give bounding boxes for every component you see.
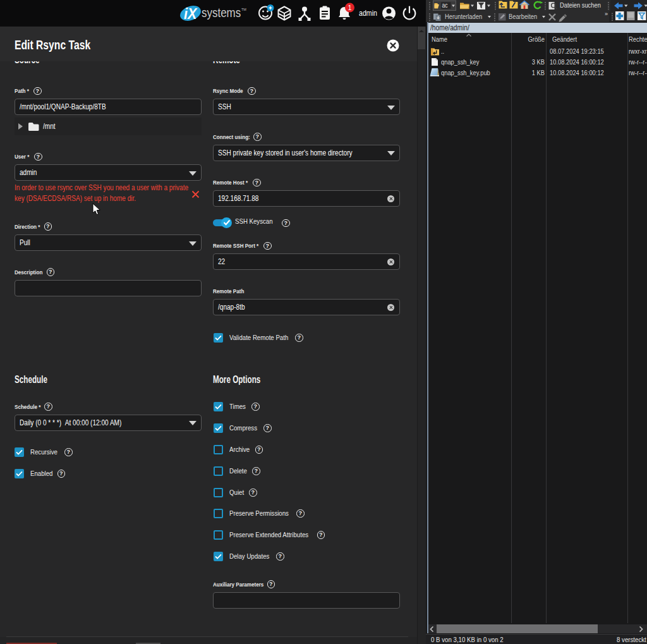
svg-text:1: 1 (348, 4, 351, 11)
svg-text:TM: TM (241, 8, 246, 11)
svg-text:Bearbeiten: Bearbeiten (509, 13, 537, 21)
svg-text:systems: systems (202, 6, 241, 20)
svg-text:iX: iX (184, 5, 198, 22)
svg-text:Herunterladen: Herunterladen (445, 13, 482, 21)
svg-text:»: » (605, 11, 608, 17)
svg-text:Dateien suchen: Dateien suchen (560, 2, 601, 9)
svg-text:admin: admin (359, 9, 377, 18)
svg-text:ac: ac (442, 2, 448, 9)
